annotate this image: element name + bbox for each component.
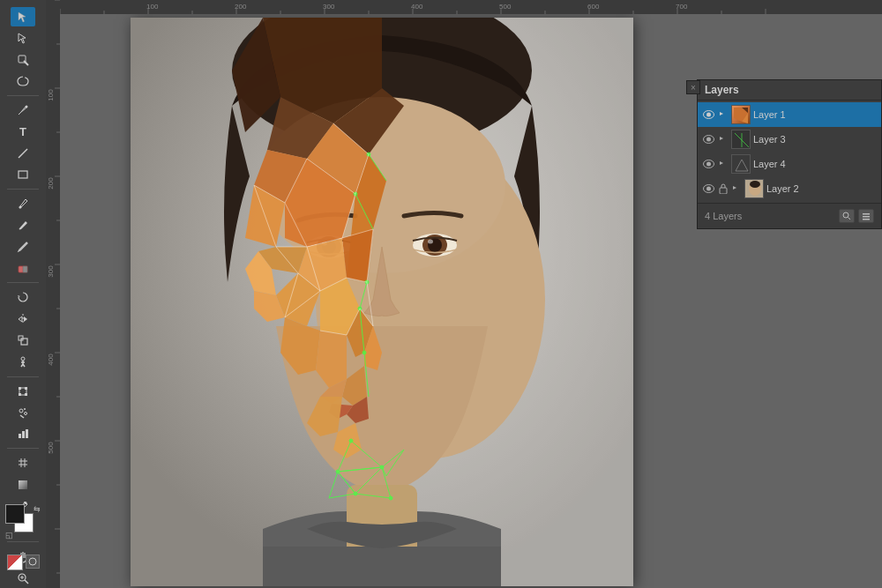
layer-row-3[interactable]: Layer 3: [698, 127, 881, 152]
tool-mesh[interactable]: [11, 453, 35, 473]
separator-2: [7, 189, 39, 190]
tool-pen[interactable]: [11, 100, 35, 120]
layers-panel-title: Layers: [705, 84, 739, 96]
layer-2-thumb: [744, 179, 764, 198]
svg-point-56: [21, 357, 25, 361]
tool-scale[interactable]: [11, 331, 35, 350]
svg-point-47: [26, 106, 28, 108]
tool-blob-brush[interactable]: [11, 216, 35, 235]
svg-point-67: [24, 408, 26, 410]
svg-text:200: 200: [47, 177, 55, 190]
tool-pencil[interactable]: [11, 237, 35, 257]
svg-rect-195: [863, 213, 870, 215]
svg-text:700: 700: [676, 3, 688, 11]
layer-4-arrow[interactable]: [718, 160, 729, 168]
tool-gradient[interactable]: [11, 475, 35, 495]
separator-6: [7, 541, 39, 542]
layers-footer-icons: [839, 209, 874, 223]
svg-point-135: [349, 439, 353, 443]
layer-3-visibility[interactable]: [701, 132, 715, 146]
tool-free-transform[interactable]: [11, 381, 35, 400]
layer-3-thumb: [731, 130, 751, 149]
layers-panel-header: Layers: [698, 80, 881, 100]
svg-point-68: [25, 412, 27, 414]
panel-close-button[interactable]: ×: [686, 80, 700, 94]
layer-4-thumb: [731, 154, 751, 174]
svg-point-50: [19, 206, 22, 209]
ruler-top: 100 200 300 400 500 600 700: [60, 0, 882, 14]
svg-rect-20: [60, 0, 882, 14]
svg-rect-65: [25, 393, 27, 396]
svg-point-137: [336, 470, 340, 473]
tool-symbol-sprayer[interactable]: [11, 403, 35, 422]
quick-mask-button[interactable]: [7, 555, 23, 570]
svg-rect-49: [19, 171, 27, 178]
layer-3-arrow[interactable]: [718, 135, 729, 144]
layer-2-visibility[interactable]: [701, 182, 715, 196]
foreground-color[interactable]: [5, 504, 25, 524]
layer-row-1[interactable]: Layer 1: [698, 102, 881, 127]
layer-1-name: Layer 1: [753, 109, 878, 120]
svg-point-139: [389, 496, 392, 500]
svg-text:500: 500: [499, 3, 512, 11]
svg-rect-77: [19, 480, 27, 489]
tool-zoom[interactable]: [11, 569, 35, 588]
layers-panel: Layers Layer 1: [697, 79, 882, 229]
layer-1-arrow[interactable]: [718, 110, 729, 119]
tool-graph[interactable]: [11, 424, 35, 443]
default-colors[interactable]: ◱: [5, 531, 13, 540]
svg-point-100: [428, 240, 433, 244]
tool-paintbrush[interactable]: [11, 194, 35, 213]
separator-4: [7, 376, 39, 377]
layer-4-name: Layer 4: [753, 159, 878, 169]
svg-rect-102: [263, 547, 501, 586]
layer-4-visibility[interactable]: [701, 157, 715, 171]
screen-mode-button[interactable]: [26, 555, 40, 569]
tool-reflect[interactable]: [11, 309, 35, 329]
layer-row-2[interactable]: Layer 2: [698, 176, 881, 201]
tool-direct-select[interactable]: [11, 28, 35, 48]
svg-line-60: [23, 364, 25, 367]
tool-lasso[interactable]: [11, 71, 35, 91]
layer-1-thumb: [731, 105, 751, 124]
mode-buttons: [7, 555, 40, 570]
tool-rectangle[interactable]: [11, 165, 35, 184]
svg-rect-71: [22, 431, 25, 438]
svg-point-86: [29, 558, 36, 565]
svg-point-184: [706, 162, 711, 167]
tool-line[interactable]: [11, 144, 35, 163]
svg-rect-63: [25, 387, 27, 390]
svg-line-194: [848, 218, 851, 220]
svg-text:400: 400: [411, 3, 423, 11]
layer-2-lock[interactable]: [718, 183, 729, 194]
svg-point-179: [706, 138, 711, 142]
layer-2-name: Layer 2: [766, 183, 878, 194]
svg-line-83: [25, 580, 28, 584]
svg-text:200: 200: [235, 3, 247, 11]
svg-point-66: [19, 409, 23, 413]
tool-puppet-warp[interactable]: [11, 352, 35, 371]
layer-2-arrow[interactable]: [731, 184, 742, 193]
layers-count: 4 Layers: [705, 211, 742, 221]
tool-rotate[interactable]: [11, 287, 35, 307]
svg-point-136: [380, 465, 384, 469]
color-swatches[interactable]: ⇆ ◱: [5, 504, 41, 540]
swap-colors[interactable]: ⇆: [34, 504, 41, 513]
tool-eraser[interactable]: [11, 258, 35, 278]
ruler-left: 100 200 300 400 500: [46, 0, 60, 588]
toolbar: T: [0, 0, 46, 588]
svg-rect-52: [23, 266, 27, 272]
layers-menu-icon[interactable]: [858, 209, 874, 223]
layers-search-icon[interactable]: [839, 209, 855, 223]
layer-1-visibility[interactable]: [701, 108, 715, 122]
layer-row-4[interactable]: Layer 4: [698, 152, 881, 176]
svg-text:300: 300: [323, 3, 335, 11]
svg-text:400: 400: [47, 354, 55, 366]
layers-panel-footer: 4 Layers: [698, 203, 881, 228]
separator-1: [7, 95, 39, 96]
tool-magic-wand[interactable]: [11, 50, 35, 70]
tool-type[interactable]: T: [11, 122, 35, 141]
tool-select[interactable]: [11, 7, 35, 26]
separator-3: [7, 282, 39, 283]
svg-text:100: 100: [47, 89, 55, 101]
